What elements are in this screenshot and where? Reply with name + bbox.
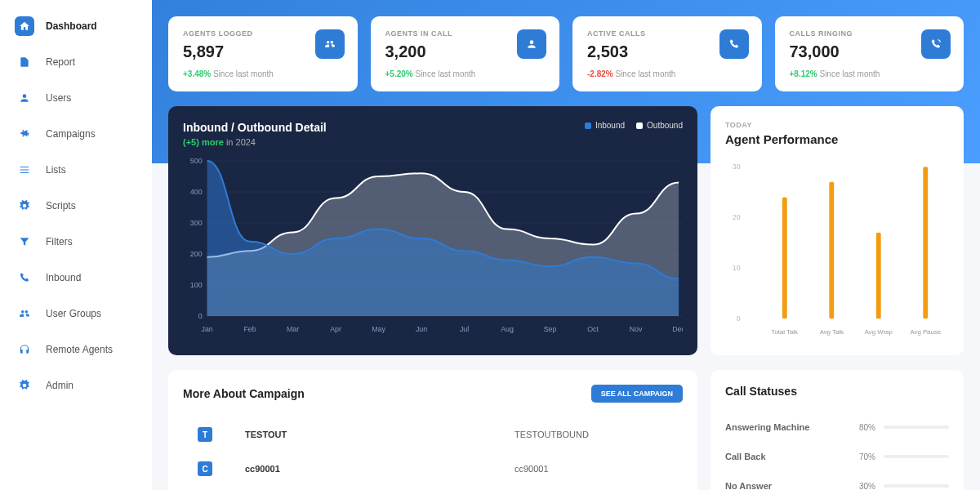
svg-rect-32	[876, 233, 881, 318]
svg-text:Aug: Aug	[501, 325, 514, 333]
stats-row: AGENTS LOGGED 5,897 +3.48% Since last mo…	[168, 16, 964, 91]
svg-text:300: 300	[190, 219, 203, 227]
legend-item: Outbound	[636, 121, 683, 130]
phone-icon	[15, 268, 34, 287]
users-icon	[15, 304, 34, 323]
campaign-desc: cc90001	[514, 464, 549, 474]
svg-rect-28	[782, 197, 787, 318]
status-bar	[884, 484, 949, 488]
svg-text:Mar: Mar	[287, 325, 299, 333]
legend-item: Inbound	[585, 121, 625, 130]
mid-row: Inbound / Outbound Detail (+5) more in 2…	[168, 106, 964, 355]
sidebar-item-scripts[interactable]: Scripts	[0, 188, 152, 224]
svg-text:Nov: Nov	[630, 325, 643, 333]
gear-icon	[15, 376, 34, 395]
svg-text:20: 20	[733, 213, 741, 221]
campaign-desc: TESTOUTBOUND	[514, 430, 589, 439]
status-pct: 80%	[859, 423, 875, 432]
stat-card-agents-in-call: AGENTS IN CALL 3,200 +5.20% Since last m…	[371, 16, 560, 91]
sidebar-item-label: Report	[46, 56, 75, 68]
sidebar-item-label: Inbound	[46, 272, 81, 283]
sidebar-item-users[interactable]: Users	[0, 80, 152, 116]
sidebar-item-remote-agents[interactable]: Remote Agents	[0, 332, 152, 368]
sidebar: DashboardReportUsersCampaignsListsScript…	[0, 0, 152, 490]
sidebar-item-lists[interactable]: Lists	[0, 152, 152, 188]
svg-text:Total Talk: Total Talk	[772, 328, 799, 336]
status-name: No Answer	[725, 481, 772, 490]
status-title: Call Statuses	[725, 385, 949, 398]
sidebar-item-label: Campaigns	[46, 128, 96, 140]
io-chart-area: 0100200300400500JanFebMarAprMayJunJulAug…	[183, 157, 683, 336]
bottom-row: More About Campaign SEE ALL CAMPAIGN T T…	[168, 370, 964, 490]
sidebar-item-report[interactable]: Report	[0, 44, 152, 80]
svg-text:Jan: Jan	[201, 325, 212, 333]
svg-text:Jun: Jun	[416, 325, 427, 333]
svg-text:Sep: Sep	[544, 325, 557, 333]
stat-change: +3.48% Since last month	[183, 69, 343, 78]
svg-text:0: 0	[737, 314, 741, 323]
see-all-button[interactable]: SEE ALL CAMPAIGN	[591, 385, 683, 403]
campaign-name: cc90001	[245, 464, 514, 474]
sidebar-item-admin[interactable]: Admin	[0, 368, 152, 403]
campaign-badge: T	[198, 427, 212, 442]
performance-title: Agent Performance	[725, 132, 949, 146]
sidebar-item-filters[interactable]: Filters	[0, 224, 152, 260]
svg-rect-30	[829, 182, 834, 318]
svg-text:400: 400	[190, 188, 203, 196]
campaign-card: More About Campaign SEE ALL CAMPAIGN T T…	[168, 370, 697, 490]
svg-text:200: 200	[190, 250, 203, 258]
stat-card-agents-logged: AGENTS LOGGED 5,897 +3.48% Since last mo…	[168, 16, 358, 91]
sidebar-item-dashboard[interactable]: Dashboard	[0, 8, 152, 44]
status-row: Answering Machine 80%	[725, 412, 949, 442]
headset-icon	[15, 340, 34, 359]
svg-text:100: 100	[190, 281, 203, 289]
status-name: Answering Machine	[725, 422, 809, 432]
stat-card-calls-ringing: CALLS RINGING 73,000 +8.12% Since last m…	[775, 16, 964, 91]
status-bar	[884, 455, 949, 458]
svg-text:Avg Talk: Avg Talk	[820, 328, 844, 336]
status-bar	[884, 425, 949, 429]
file-icon	[15, 52, 34, 72]
phone-icon	[719, 29, 749, 59]
home-icon	[15, 16, 34, 36]
campaign-name: TESTOUT	[245, 430, 514, 439]
sidebar-item-user-groups[interactable]: User Groups	[0, 296, 152, 332]
svg-text:Dec: Dec	[672, 325, 683, 333]
table-row[interactable]: T 200001 test1000	[183, 486, 683, 490]
stat-change: -2.82% Since last month	[587, 69, 747, 78]
status-pct: 30%	[859, 482, 875, 491]
stat-change: +8.12% Since last month	[790, 69, 950, 78]
stat-card-active-calls: ACTIVE CALLS 2,503 -2.82% Since last mon…	[572, 16, 762, 91]
svg-text:Avg Wrap: Avg Wrap	[865, 328, 893, 336]
sidebar-item-label: Lists	[46, 164, 66, 176]
campaign-title: More About Campaign	[183, 387, 305, 400]
gear-icon	[15, 196, 34, 216]
status-name: Call Back	[725, 452, 766, 461]
sidebar-item-label: Filters	[46, 236, 73, 247]
sidebar-item-inbound[interactable]: Inbound	[0, 260, 152, 296]
io-chart-title: Inbound / Outbound Detail	[183, 121, 327, 134]
svg-text:10: 10	[733, 264, 741, 272]
status-row: Call Back 70%	[725, 442, 949, 471]
svg-text:Avg Pause: Avg Pause	[910, 328, 941, 336]
svg-text:Jul: Jul	[460, 325, 469, 333]
sidebar-item-label: Admin	[46, 380, 74, 391]
table-row[interactable]: T TESTOUT TESTOUTBOUND	[183, 417, 683, 452]
funnel-icon	[15, 232, 34, 252]
performance-today-label: TODAY	[725, 121, 949, 129]
sidebar-item-label: User Groups	[46, 308, 101, 319]
svg-rect-34	[923, 167, 928, 318]
user-icon	[517, 29, 546, 59]
sidebar-item-label: Users	[46, 92, 71, 104]
svg-text:Apr: Apr	[330, 325, 341, 333]
sidebar-item-campaigns[interactable]: Campaigns	[0, 116, 152, 152]
svg-text:30: 30	[733, 163, 741, 171]
megaphone-icon	[15, 124, 34, 144]
user-icon	[15, 88, 34, 108]
io-chart-legend: InboundOutbound	[585, 121, 683, 130]
stat-change: +5.20% Since last month	[385, 69, 546, 78]
status-card: Call Statuses Answering Machine 80% Call…	[710, 370, 964, 490]
table-row[interactable]: C cc90001 cc90001	[183, 452, 683, 486]
performance-bar-chart: 0102030Total TalkAvg TalkAvg WrapAvg Pau…	[725, 161, 949, 341]
sidebar-item-label: Remote Agents	[46, 344, 113, 355]
